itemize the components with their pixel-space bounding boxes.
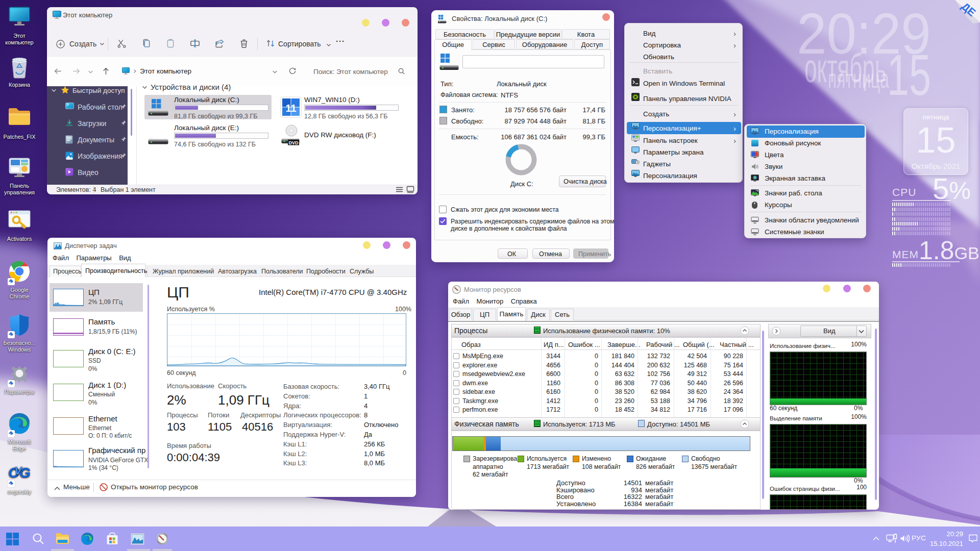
svg-text:DVD: DVD [288,140,299,145]
svg-text:V: V [14,464,23,477]
svg-text:11: 11 [285,103,296,114]
